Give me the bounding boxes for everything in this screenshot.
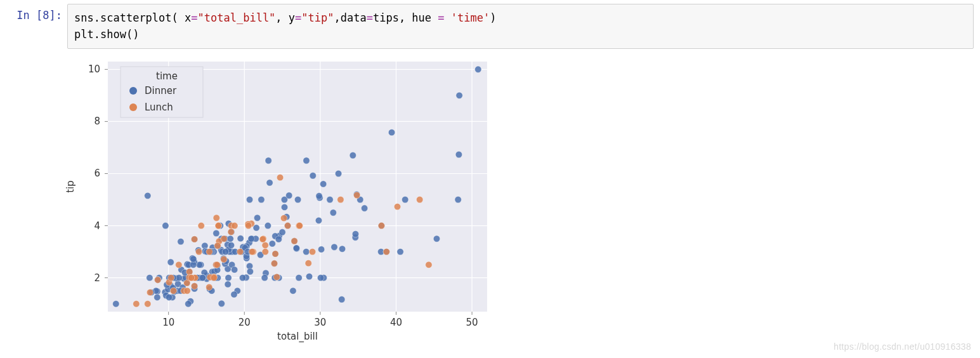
svg-point-216 bbox=[178, 238, 184, 244]
svg-point-276 bbox=[305, 260, 311, 266]
svg-point-261 bbox=[195, 248, 202, 255]
svg-point-171 bbox=[331, 244, 337, 250]
svg-point-176 bbox=[162, 222, 169, 229]
svg-point-194 bbox=[317, 274, 323, 281]
svg-point-187 bbox=[265, 222, 271, 229]
svg-text:Lunch: Lunch bbox=[145, 102, 173, 113]
svg-text:50: 50 bbox=[466, 317, 478, 328]
svg-point-288 bbox=[245, 222, 251, 229]
svg-point-154 bbox=[455, 196, 461, 202]
prompt-prefix: In [ bbox=[16, 9, 42, 22]
svg-point-280 bbox=[168, 274, 174, 281]
svg-point-223 bbox=[310, 172, 316, 178]
svg-point-256 bbox=[206, 284, 212, 290]
svg-point-133 bbox=[154, 294, 160, 300]
svg-point-229 bbox=[262, 248, 268, 255]
svg-point-231 bbox=[237, 248, 243, 255]
svg-point-298 bbox=[129, 87, 137, 95]
svg-point-152 bbox=[239, 274, 245, 281]
prompt-number: 8 bbox=[42, 9, 49, 22]
svg-point-195 bbox=[286, 192, 292, 198]
svg-point-165 bbox=[330, 209, 336, 216]
svg-point-259 bbox=[228, 229, 234, 235]
svg-point-230 bbox=[221, 256, 227, 262]
svg-point-36 bbox=[269, 240, 275, 246]
svg-point-300 bbox=[129, 103, 137, 111]
svg-point-105 bbox=[293, 244, 299, 251]
svg-point-266 bbox=[221, 235, 227, 242]
svg-point-162 bbox=[222, 248, 228, 255]
svg-point-286 bbox=[188, 274, 194, 281]
svg-point-239 bbox=[277, 174, 283, 180]
svg-text:10: 10 bbox=[88, 63, 100, 75]
svg-point-90 bbox=[290, 288, 296, 294]
svg-point-38 bbox=[281, 204, 287, 210]
svg-point-84 bbox=[167, 259, 174, 265]
svg-point-278 bbox=[215, 222, 221, 229]
svg-point-241 bbox=[309, 248, 315, 255]
svg-point-153 bbox=[316, 192, 322, 199]
svg-point-292 bbox=[273, 274, 280, 280]
svg-point-186 bbox=[227, 235, 233, 242]
svg-point-179 bbox=[266, 179, 273, 185]
svg-text:30: 30 bbox=[314, 317, 326, 328]
svg-point-253 bbox=[426, 262, 432, 268]
svg-point-180 bbox=[433, 235, 440, 242]
svg-text:4: 4 bbox=[94, 220, 100, 231]
svg-point-132 bbox=[228, 242, 234, 248]
svg-point-249 bbox=[249, 248, 255, 255]
svg-point-79 bbox=[258, 196, 265, 202]
svg-point-263 bbox=[378, 222, 384, 229]
svg-point-244 bbox=[213, 215, 219, 221]
svg-point-236 bbox=[353, 192, 360, 198]
svg-point-80 bbox=[335, 170, 341, 176]
svg-point-170 bbox=[145, 192, 151, 199]
svg-point-141 bbox=[294, 196, 301, 202]
svg-point-247 bbox=[296, 222, 303, 229]
svg-point-183 bbox=[246, 196, 252, 202]
svg-point-265 bbox=[284, 222, 291, 229]
svg-point-50 bbox=[213, 230, 219, 236]
code-input[interactable]: sns.scatterplot( x="total_bill", y="tip"… bbox=[67, 4, 974, 49]
svg-point-221 bbox=[339, 296, 345, 302]
svg-point-279 bbox=[147, 289, 153, 295]
svg-point-181 bbox=[265, 157, 271, 163]
scatter-plot: 1020304050246810total_billtiptimeDinnerL… bbox=[62, 53, 500, 345]
svg-point-56 bbox=[388, 129, 395, 135]
svg-point-290 bbox=[291, 237, 297, 244]
svg-point-200 bbox=[303, 248, 310, 255]
svg-point-140 bbox=[402, 196, 408, 202]
svg-point-61 bbox=[254, 215, 260, 221]
svg-point-164 bbox=[247, 268, 253, 274]
svg-point-246 bbox=[394, 203, 400, 209]
svg-point-284 bbox=[232, 222, 238, 229]
svg-point-88 bbox=[237, 235, 244, 241]
prompt-suffix: ]: bbox=[49, 9, 62, 22]
svg-point-269 bbox=[272, 250, 278, 256]
notebook-cell: In [8]: sns.scatterplot( x="total_bill",… bbox=[0, 0, 980, 49]
svg-point-174 bbox=[225, 274, 232, 281]
svg-point-293 bbox=[154, 276, 160, 282]
svg-point-198 bbox=[303, 157, 310, 163]
svg-point-222 bbox=[361, 205, 367, 211]
svg-point-173 bbox=[339, 246, 345, 252]
svg-point-252 bbox=[206, 248, 212, 255]
svg-point-260 bbox=[198, 222, 204, 229]
svg-point-168 bbox=[475, 66, 481, 72]
svg-point-71 bbox=[231, 266, 237, 272]
svg-point-224 bbox=[296, 274, 302, 281]
svg-point-250 bbox=[184, 288, 190, 294]
svg-point-196 bbox=[456, 92, 462, 98]
svg-point-264 bbox=[271, 260, 277, 267]
svg-point-33 bbox=[218, 300, 225, 307]
svg-point-163 bbox=[275, 235, 282, 242]
svg-point-147 bbox=[147, 274, 153, 281]
svg-point-295 bbox=[211, 274, 217, 281]
svg-point-100 bbox=[113, 300, 119, 307]
svg-text:time: time bbox=[156, 70, 178, 82]
svg-point-225 bbox=[261, 274, 268, 281]
svg-text:20: 20 bbox=[238, 317, 251, 328]
svg-point-178 bbox=[352, 230, 358, 237]
svg-point-77 bbox=[320, 180, 326, 187]
svg-point-289 bbox=[214, 242, 221, 249]
